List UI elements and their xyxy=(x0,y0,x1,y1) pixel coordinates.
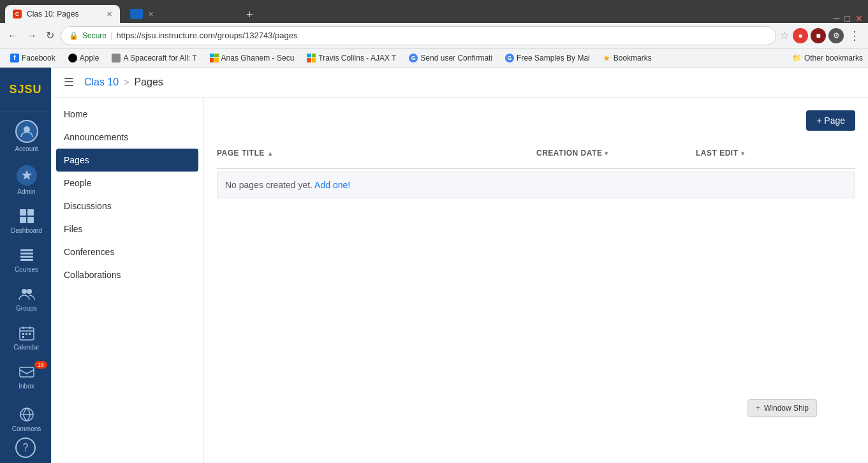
bookmarks-bar: f Facebook Apple A Spacecraft for All: T… xyxy=(0,48,868,68)
bookmark-facebook[interactable]: f Facebook xyxy=(5,52,61,64)
svg-rect-6 xyxy=(20,253,33,254)
bookmark-send[interactable]: G Send user Confirmati xyxy=(404,52,497,64)
nav-account-wrapper: Account xyxy=(0,112,51,158)
bookmark-spacecraft-label: A Spacecraft for All: T xyxy=(123,54,196,62)
bookmark-star-icon[interactable]: ☆ xyxy=(780,29,789,41)
nav-item-commons[interactable]: Commons xyxy=(0,399,51,437)
column-page-title[interactable]: PAGE TITLE ▲ xyxy=(217,143,536,163)
extension-icons: ● ■ ⚙ ⋮ xyxy=(793,28,863,43)
table-body: No pages created yet. Add one! xyxy=(217,172,855,198)
course-sidebar: Home Announcements Pages People Discussi… xyxy=(51,98,204,463)
bookmark-bookmarks[interactable]: ★ Bookmarks xyxy=(598,52,657,64)
secure-label: Secure xyxy=(82,31,107,40)
creation-sort-icon: ▾ xyxy=(605,150,608,157)
nav-courses-wrapper: Courses xyxy=(0,239,51,278)
sidebar-item-announcements[interactable]: Announcements xyxy=(51,126,203,149)
nav-item-inbox[interactable]: Inbox 16 xyxy=(0,356,51,395)
nav-item-account[interactable]: Account xyxy=(0,112,51,158)
sidebar-item-files[interactable]: Files xyxy=(51,217,203,240)
inactive-tab[interactable]: ✕ xyxy=(122,5,237,23)
svg-rect-12 xyxy=(22,333,24,335)
bookmark-free[interactable]: G Free Samples By Mai xyxy=(500,52,595,64)
nav-dashboard-wrapper: Dashboard xyxy=(0,200,51,239)
other-bookmarks[interactable]: 📁 Other bookmarks xyxy=(792,54,863,62)
add-page-button[interactable]: + Page xyxy=(806,110,855,131)
extension-icon-3[interactable]: ⚙ xyxy=(828,28,844,43)
nav-item-admin[interactable]: Admin xyxy=(0,158,51,200)
nav-calendar-label: Calendar xyxy=(13,344,40,351)
maximize-button[interactable]: □ xyxy=(845,14,850,23)
bookmark-free-label: Free Samples By Mai xyxy=(517,54,590,62)
refresh-button[interactable]: ↻ xyxy=(43,27,57,44)
content-area: ☰ Clas 10 > Pages Home Announcements Pag… xyxy=(51,68,868,463)
nav-inbox-label: Inbox xyxy=(18,383,34,390)
svg-rect-13 xyxy=(26,333,27,335)
sidebar-item-conferences[interactable]: Conferences xyxy=(51,240,203,263)
inactive-tab-color xyxy=(130,9,143,19)
sidebar-item-collaborations[interactable]: Collaborations xyxy=(51,263,203,286)
forward-button[interactable]: → xyxy=(24,27,40,44)
add-one-link[interactable]: Add one! xyxy=(314,180,350,190)
column-last-edit[interactable]: LAST EDIT ▾ xyxy=(696,143,855,163)
bookmark-spacecraft[interactable]: A Spacecraft for All: T xyxy=(107,52,202,64)
breadcrumb-current-page: Pages xyxy=(134,77,163,88)
svg-rect-5 xyxy=(20,249,33,251)
svg-rect-14 xyxy=(29,333,31,335)
empty-state-row: No pages created yet. Add one! xyxy=(217,172,855,198)
new-tab-button[interactable]: + xyxy=(242,8,257,22)
inactive-tab-close[interactable]: ✕ xyxy=(148,10,154,18)
svg-rect-8 xyxy=(20,259,33,261)
breadcrumb-parent-link[interactable]: Clas 10 xyxy=(84,77,119,88)
anas-favicon xyxy=(210,54,219,62)
nav-groups-label: Groups xyxy=(16,305,37,312)
tab-favicon: C xyxy=(13,10,22,18)
tab-close-icon[interactable]: ✕ xyxy=(107,10,112,18)
travis-favicon xyxy=(307,54,316,62)
nav-item-calendar[interactable]: Calendar xyxy=(0,317,51,356)
folder-icon: 📁 xyxy=(792,54,802,62)
minimize-button[interactable]: ─ xyxy=(834,14,840,23)
svg-rect-1 xyxy=(20,209,26,216)
bookmarks-star-icon: ★ xyxy=(603,53,611,63)
close-button[interactable]: ✕ xyxy=(855,14,863,23)
nav-bottom: ? xyxy=(0,437,51,458)
send-favicon: G xyxy=(409,54,418,62)
sidebar-item-pages[interactable]: Pages xyxy=(56,149,198,172)
sort-asc-icon: ▲ xyxy=(267,150,274,157)
bookmark-travis[interactable]: Travis Collins - AJAX T xyxy=(302,52,401,64)
svg-rect-16 xyxy=(20,367,34,377)
left-nav: SJSU Account Admin Dashboard xyxy=(0,68,51,463)
hamburger-menu-button[interactable]: ☰ xyxy=(64,75,74,89)
bookmark-apple[interactable]: Apple xyxy=(63,52,105,64)
extension-icon-1[interactable]: ● xyxy=(793,28,808,43)
back-button[interactable]: ← xyxy=(5,27,20,44)
nav-help-button[interactable]: ? xyxy=(15,437,36,458)
breadcrumb: ☰ Clas 10 > Pages xyxy=(51,68,868,98)
nav-item-groups[interactable]: Groups xyxy=(0,278,51,317)
sidebar-item-discussions[interactable]: Discussions xyxy=(51,195,203,217)
svg-rect-3 xyxy=(20,217,26,223)
nav-courses-label: Courses xyxy=(15,266,38,273)
column-creation-date[interactable]: CREATION DATE ▾ xyxy=(536,143,696,163)
extension-icon-2[interactable]: ■ xyxy=(811,28,826,43)
facebook-favicon: f xyxy=(10,54,19,62)
svg-rect-15 xyxy=(22,336,24,338)
spacecraft-favicon xyxy=(112,54,121,62)
nav-item-courses[interactable]: Courses xyxy=(0,239,51,278)
nav-item-dashboard[interactable]: Dashboard xyxy=(0,200,51,239)
url-box[interactable]: 🔒 Secure | https://sjsu.instructure.com/… xyxy=(61,26,776,45)
active-tab[interactable]: C Clas 10: Pages ✕ xyxy=(5,5,120,23)
nav-admin-label: Admin xyxy=(17,188,35,195)
more-options-icon[interactable]: ⋮ xyxy=(846,29,863,43)
svg-rect-2 xyxy=(27,209,34,216)
pages-header: + Page xyxy=(217,110,855,131)
empty-state-text: No pages created yet. xyxy=(225,180,313,190)
nav-inbox-wrapper: Inbox 16 xyxy=(0,356,51,395)
bookmark-anas[interactable]: Anas Ghanem - Secu xyxy=(205,52,300,64)
sidebar-item-home[interactable]: Home xyxy=(51,103,203,126)
svg-rect-7 xyxy=(20,256,33,258)
bookmark-apple-label: Apple xyxy=(80,54,99,62)
window-ship-tooltip: + Window Ship xyxy=(747,399,817,417)
sidebar-item-people[interactable]: People xyxy=(51,172,203,195)
window-ship-label: Window Ship xyxy=(764,404,809,413)
